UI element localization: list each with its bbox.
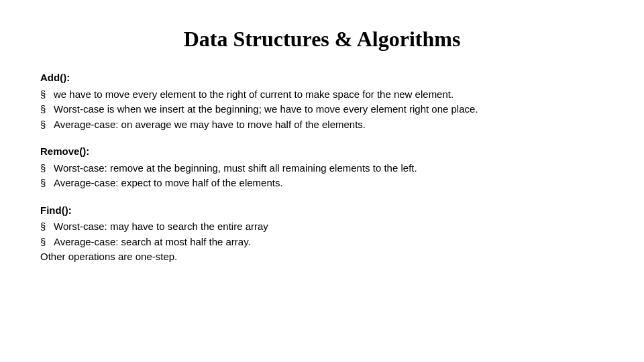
- section-find-heading: Find():: [40, 203, 604, 219]
- section-add: Add(): we have to move every element to …: [40, 70, 604, 132]
- section-remove-heading: Remove():: [40, 144, 604, 160]
- section-remove-list: Worst-case: remove at the beginning, mus…: [40, 161, 604, 191]
- page: Data Structures & Algorithms Add(): we h…: [0, 0, 644, 362]
- section-remove: Remove(): Worst-case: remove at the begi…: [40, 144, 604, 191]
- list-item: Average-case: expect to move half of the…: [40, 176, 604, 191]
- list-item: Worst-case: may have to search the entir…: [40, 219, 604, 235]
- section-add-heading: Add():: [40, 70, 604, 86]
- list-item: we have to move every element to the rig…: [40, 87, 604, 103]
- list-item: Worst-case: remove at the beginning, mus…: [40, 161, 604, 176]
- section-find: Find(): Worst-case: may have to search t…: [40, 203, 604, 265]
- list-item: Worst-case is when we insert at the begi…: [40, 102, 604, 117]
- content-area: Add(): we have to move every element to …: [40, 70, 604, 277]
- list-item: Average-case: search at most half the ar…: [40, 235, 604, 250]
- page-title: Data Structures & Algorithms: [40, 27, 604, 52]
- list-item: Average-case: on average we may have to …: [40, 117, 604, 133]
- section-find-list: Worst-case: may have to search the entir…: [40, 219, 604, 249]
- section-add-list: we have to move every element to the rig…: [40, 87, 604, 133]
- section-find-footer: Other operations are one-step.: [40, 249, 604, 265]
